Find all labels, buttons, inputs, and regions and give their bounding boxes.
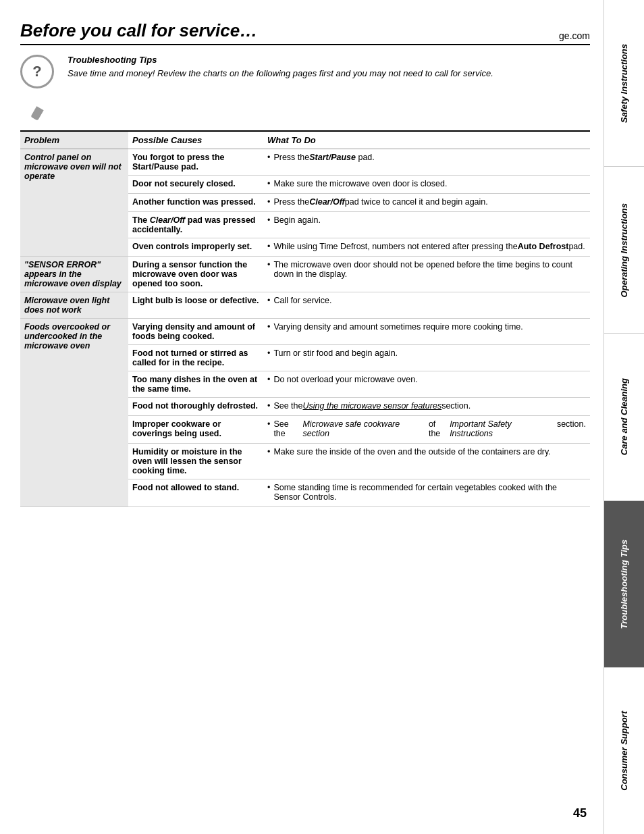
cause-cell-4-1: Varying density and amount of foods bein… (128, 319, 263, 345)
cause-cell-4-6: Humidity or moisture in the oven will le… (128, 444, 263, 479)
bullet-item: Press the Start/Pause pad. (267, 153, 586, 162)
cause-cell-4-4: Food not thoroughly defrosted. (128, 398, 263, 416)
page-number: 45 (573, 806, 587, 820)
sidebar-tab-operating[interactable]: Operating Instructions (604, 167, 644, 334)
todo-cell-3-1: Call for service. (263, 292, 590, 319)
problem-cell-2: "SENSOR ERROR" appears in the microwave … (20, 257, 128, 292)
sidebar-tab-troubleshooting[interactable]: Troubleshooting Tips (604, 501, 644, 668)
problem-cell-4: Foods overcooked or undercooked in the m… (20, 319, 128, 507)
sidebar-tab-troubleshooting-label: Troubleshooting Tips (619, 540, 629, 629)
todo-cell-1-1: Press the Start/Pause pad. (263, 149, 590, 176)
table-row: Microwave oven light does not work Light… (20, 292, 590, 319)
page-title: Before you call for service… (20, 20, 257, 41)
bullet-item: Varying density and amount sometimes req… (267, 322, 586, 332)
todo-cell-4-5: See the Microwave safe cookware section … (263, 416, 590, 444)
trouble-table: Problem Possible Causes What To Do Contr… (20, 130, 590, 507)
todo-cell-4-1: Varying density and amount sometimes req… (263, 319, 590, 345)
bullet-item: Call for service. (267, 296, 586, 305)
sidebar-tab-consumer-label: Consumer Support (619, 711, 629, 791)
todo-cell-4-6: Make sure the inside of the oven and the… (263, 444, 590, 479)
cause-cell-4-7: Food not allowed to stand. (128, 479, 263, 507)
table-header-row: Problem Possible Causes What To Do (20, 131, 590, 149)
bullet-item: While using Time Defrost, numbers not en… (267, 242, 586, 251)
bullet-item: Turn or stir food and begin again. (267, 348, 586, 358)
header-causes: Possible Causes (128, 131, 263, 149)
intro-title: Troubleshooting Tips (68, 53, 493, 67)
problem-cell-3: Microwave oven light does not work (20, 292, 128, 319)
bullet-item: The microwave oven door should not be op… (267, 260, 586, 279)
todo-cell-1-3: Press the Clear/Off pad twice to cancel … (263, 194, 590, 212)
cause-cell-3-1: Light bulb is loose or defective. (128, 292, 263, 319)
todo-cell-1-2: Make sure the microwave oven door is clo… (263, 176, 590, 194)
sidebar-tab-care[interactable]: Care and Cleaning (604, 334, 644, 500)
header-problem: Problem (20, 131, 128, 149)
bullet-item: See the Microwave safe cookware section … (267, 419, 586, 438)
table-row: "SENSOR ERROR" appears in the microwave … (20, 257, 590, 292)
cause-cell-1-3: Another function was pressed. (128, 194, 263, 212)
intro-body: Save time and money! Review the charts o… (68, 67, 493, 80)
bullet-item: See the Using the microwave sensor featu… (267, 401, 586, 411)
right-sidebar: Safety Instructions Operating Instructio… (603, 0, 644, 834)
table-row: Foods overcooked or undercooked in the m… (20, 319, 590, 345)
bullet-item: Do not overload your microwave oven. (267, 375, 586, 384)
bullet-item: Some standing time is recommended for ce… (267, 483, 586, 502)
page-title-bar: Before you call for service… ge.com (20, 20, 590, 45)
todo-cell-4-2: Turn or stir food and begin again. (263, 345, 590, 371)
sidebar-tab-consumer[interactable]: Consumer Support (604, 668, 644, 834)
todo-cell-1-5: While using Time Defrost, numbers not en… (263, 238, 590, 257)
todo-cell-4-7: Some standing time is recommended for ce… (263, 479, 590, 507)
todo-cell-2-1: The microwave oven door should not be op… (263, 257, 590, 292)
problem-cell-1: Control panel on microwave oven will not… (20, 149, 128, 257)
magnifier-handle (30, 106, 43, 121)
bullet-item: Make sure the inside of the oven and the… (267, 447, 586, 457)
sidebar-tab-care-label: Care and Cleaning (619, 378, 629, 455)
todo-cell-1-4: Begin again. (263, 212, 590, 238)
sidebar-tab-operating-label: Operating Instructions (619, 203, 629, 297)
cause-cell-1-5: Oven controls improperly set. (128, 238, 263, 257)
main-content: Before you call for service… ge.com ? Tr… (0, 0, 644, 527)
bullet-item: Begin again. (267, 215, 586, 225)
question-icon: ? (20, 55, 54, 88)
header-todo: What To Do (263, 131, 590, 149)
table-row: Control panel on microwave oven will not… (20, 149, 590, 176)
cause-cell-1-1: You forgot to press the Start/Pause pad. (128, 149, 263, 176)
cause-cell-4-2: Food not turned or stirred as called for… (128, 345, 263, 371)
cause-cell-1-4: The Clear/Off pad was pressed accidental… (128, 212, 263, 238)
intro-section: ? Troubleshooting Tips Save time and mon… (20, 53, 590, 120)
intro-text-block: Troubleshooting Tips Save time and money… (68, 53, 493, 80)
sidebar-tab-safety-label: Safety Instructions (619, 44, 629, 123)
cause-cell-1-2: Door not securely closed. (128, 176, 263, 194)
bullet-item: Press the Clear/Off pad twice to cancel … (267, 197, 586, 207)
cause-cell-4-5: Improper cookware or coverings being use… (128, 416, 263, 444)
sidebar-tab-safety[interactable]: Safety Instructions (604, 0, 644, 167)
cause-cell-2-1: During a sensor function the microwave o… (128, 257, 263, 292)
bullet-item: Make sure the microwave oven door is clo… (267, 179, 586, 188)
todo-cell-4-4: See the Using the microwave sensor featu… (263, 398, 590, 416)
website-label: ge.com (559, 30, 590, 41)
cause-cell-4-3: Too many dishes in the oven at the same … (128, 371, 263, 398)
magnifier-icon-wrap: ? (20, 53, 59, 120)
todo-cell-4-3: Do not overload your microwave oven. (263, 371, 590, 398)
